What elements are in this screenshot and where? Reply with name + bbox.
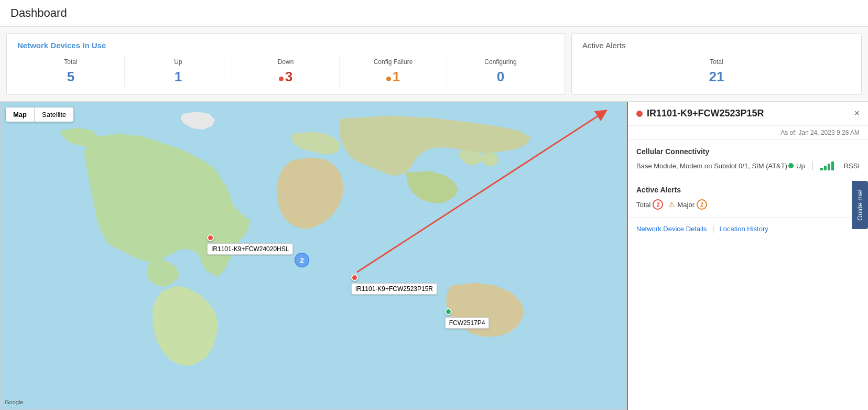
rssi-bar-4 <box>831 161 834 170</box>
stat-config-failure-label: Config Failure <box>345 58 441 66</box>
map-pin-3[interactable]: FCW2517P4 <box>445 308 490 329</box>
map-pin-1[interactable]: IR1101-K9+FCW24020HSL <box>207 234 293 255</box>
connectivity-description: Base Module, Modem on Subslot 0/1, SIM (… <box>636 162 787 170</box>
major-alert-icon: ⚠ <box>668 200 675 209</box>
pin-label-2: IR1101-K9+FCW2523P15R <box>351 283 437 295</box>
stat-config-failure: Config Failure 1 <box>340 56 447 87</box>
detail-title: IR1101-K9+FCW2523P15R <box>636 108 764 119</box>
title-status-dot <box>636 111 643 117</box>
alerts-total-label: Total <box>636 201 650 209</box>
up-status-dot <box>788 163 794 168</box>
active-alerts-title: Active Alerts <box>582 41 851 50</box>
rssi-bars <box>820 161 834 170</box>
stat-configuring: Configuring 0 <box>447 56 554 87</box>
stat-configuring-value: 0 <box>452 69 549 85</box>
map-area[interactable]: Map Satellite <box>0 102 627 410</box>
config-failure-dot <box>386 77 391 81</box>
cellular-title: Cellular Connectivity <box>636 147 860 156</box>
rssi-bar-2 <box>824 166 827 170</box>
map-toggle-satellite[interactable]: Satellite <box>35 107 73 122</box>
pin-dot-2 <box>351 274 358 281</box>
active-alerts-panel: Active Alerts Total 21 <box>571 33 862 95</box>
cluster-dot: 2 <box>295 253 309 267</box>
rssi-bar-3 <box>828 164 830 170</box>
guide-me-button[interactable]: Guide me! <box>852 181 868 229</box>
stat-total-label: Total <box>23 58 119 66</box>
down-dot <box>279 77 284 81</box>
pin-dot-3 <box>445 308 452 315</box>
alerts-row: Total 2 ⚠ Major 2 <box>636 199 860 210</box>
pin-label-1: IR1101-K9+FCW24020HSL <box>207 243 293 255</box>
active-alerts-total: Total 21 <box>582 56 851 87</box>
active-alerts-total-label: Total <box>588 58 845 66</box>
map-toggle-map[interactable]: Map <box>6 107 34 122</box>
dashboard: Dashboard Network Devices In Use Total 5… <box>0 0 868 410</box>
alerts-section: Active Alerts Total 2 ⚠ Major 2 <box>628 178 868 218</box>
stats-row: Total 5 Up 1 Down 3 Config Failure <box>17 56 554 87</box>
network-devices-panel: Network Devices In Use Total 5 Up 1 Down… <box>6 33 565 95</box>
pin-label-3: FCW2517P4 <box>445 317 490 329</box>
up-label: Up <box>796 162 805 170</box>
cellular-section: Cellular Connectivity Base Module, Modem… <box>628 140 868 178</box>
up-indicator: Up <box>788 162 805 170</box>
active-alerts-total-value: 21 <box>588 69 845 85</box>
main-content: Map Satellite <box>0 102 868 410</box>
detail-header: IR1101-K9+FCW2523P15R × <box>628 102 868 126</box>
links-separator: | <box>712 224 714 233</box>
map-cluster[interactable]: 2 <box>295 253 309 267</box>
location-history-link[interactable]: Location History <box>720 225 768 233</box>
links-row: Network Device Details | Location Histor… <box>628 218 868 240</box>
rssi-label: RSSI <box>844 162 860 170</box>
alerts-section-title: Active Alerts <box>636 186 860 194</box>
device-name: IR1101-K9+FCW2523P15R <box>647 108 764 119</box>
map-toggle: Map Satellite <box>6 107 73 122</box>
alerts-total-badge: 2 <box>653 199 663 210</box>
rssi-bar-1 <box>820 168 823 170</box>
vertical-separator <box>812 161 813 170</box>
stats-bar: Network Devices In Use Total 5 Up 1 Down… <box>0 27 868 102</box>
stat-down: Down 3 <box>232 56 340 87</box>
detail-panel: IR1101-K9+FCW2523P15R × As of: Jan 24, 2… <box>627 102 868 410</box>
alerts-major-badge: 2 <box>697 199 707 210</box>
stat-down-value: 3 <box>237 69 334 85</box>
google-label: Google <box>5 399 23 405</box>
stat-configuring-label: Configuring <box>452 58 549 66</box>
connectivity-row: Base Module, Modem on Subslot 0/1, SIM (… <box>636 161 860 170</box>
stat-down-label: Down <box>237 58 334 66</box>
detail-timestamp: As of: Jan 24, 2023 9:28 AM <box>628 126 868 140</box>
stat-total-value: 5 <box>23 69 119 85</box>
stat-config-failure-value: 1 <box>345 69 441 85</box>
page-title: Dashboard <box>10 6 858 20</box>
alerts-major-label: Major <box>677 201 695 209</box>
connectivity-status: Up RSSI <box>788 161 860 170</box>
stat-up: Up 1 <box>125 56 232 87</box>
map-pin-2[interactable]: IR1101-K9+FCW2523P15R <box>351 274 437 295</box>
close-button[interactable]: × <box>854 108 860 119</box>
pin-dot-1 <box>207 234 214 241</box>
major-alert-item: ⚠ Major 2 <box>668 199 707 210</box>
network-device-details-link[interactable]: Network Device Details <box>636 225 707 233</box>
top-bar: Dashboard <box>0 0 868 27</box>
total-alert-item: Total 2 <box>636 199 663 210</box>
map-svg <box>1 102 626 409</box>
stat-up-label: Up <box>130 58 226 66</box>
stat-up-value: 1 <box>130 69 226 85</box>
network-devices-title: Network Devices In Use <box>17 41 554 50</box>
stat-total: Total 5 <box>17 56 125 87</box>
active-alerts-stats-row: Total 21 <box>582 56 851 87</box>
